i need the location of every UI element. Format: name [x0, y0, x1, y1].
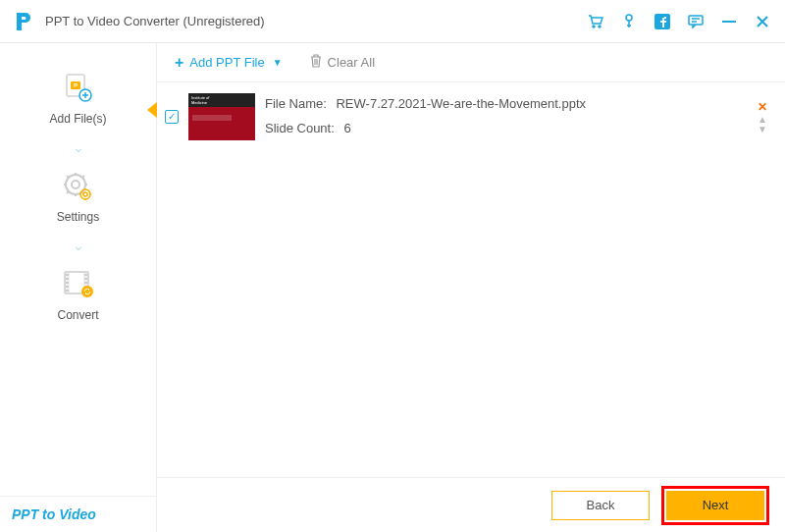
add-files-icon: P [60, 71, 95, 106]
svg-rect-17 [66, 274, 69, 276]
svg-point-0 [593, 26, 595, 27]
active-step-indicator [147, 102, 157, 118]
cart-icon[interactable] [587, 13, 604, 30]
window-title: PPT to Video Converter (Unregistered) [45, 14, 587, 28]
content-area: + Add PPT File ▼ Clear All ✓ Institute o… [157, 43, 785, 532]
next-button-highlight: Next [661, 486, 769, 525]
settings-icon [60, 169, 95, 204]
file-checkbox[interactable]: ✓ [165, 110, 179, 124]
convert-icon [61, 267, 96, 302]
plus-icon: + [175, 54, 183, 72]
file-name-label: File Name: [265, 96, 327, 111]
file-name-value: REW-7.27.2021-We-are-the-Movement.pptx [336, 96, 586, 111]
clear-all-button[interactable]: Clear All [310, 54, 375, 71]
trash-icon [310, 54, 322, 71]
clear-all-label: Clear All [328, 55, 375, 70]
sidebar-item-convert[interactable]: Convert [57, 267, 98, 322]
file-info: File Name: REW-7.27.2021-We-are-the-Move… [265, 92, 748, 140]
svg-rect-23 [84, 278, 87, 280]
main-area: P Add File(s) ⌄ Settings ⌄ Convert PPT t… [0, 43, 785, 532]
app-logo-icon [14, 11, 35, 32]
svg-rect-24 [84, 282, 87, 284]
titlebar-actions [587, 13, 771, 30]
back-button[interactable]: Back [551, 491, 650, 520]
key-icon[interactable] [620, 13, 638, 30]
svg-rect-22 [84, 274, 87, 276]
sidebar-label-settings: Settings [57, 210, 99, 224]
next-button[interactable]: Next [666, 491, 764, 520]
svg-rect-21 [66, 290, 69, 292]
move-down-icon[interactable]: ▼ [758, 126, 767, 133]
file-row: ✓ Institute ofMedicine File Name: REW-7.… [157, 82, 785, 150]
svg-point-2 [626, 15, 632, 21]
svg-point-1 [599, 26, 601, 27]
sidebar-label-add-files: Add File(s) [49, 112, 106, 126]
facebook-icon[interactable] [654, 13, 671, 30]
svg-point-12 [80, 189, 90, 199]
sidebar-item-add-files[interactable]: P Add File(s) [49, 71, 106, 126]
remove-file-icon[interactable]: ✕ [758, 100, 767, 114]
file-list: ✓ Institute ofMedicine File Name: REW-7.… [157, 82, 785, 477]
svg-rect-4 [689, 16, 703, 25]
sidebar-label-convert: Convert [57, 308, 98, 322]
chevron-down-icon: ⌄ [73, 139, 84, 155]
footer-bar: Back Next [157, 477, 785, 532]
slide-count-label: Slide Count: [265, 121, 335, 135]
add-ppt-label: Add PPT File [189, 55, 264, 70]
sidebar: P Add File(s) ⌄ Settings ⌄ Convert PPT t… [0, 43, 157, 532]
svg-point-13 [83, 192, 87, 196]
titlebar: PPT to Video Converter (Unregistered) [0, 0, 785, 43]
svg-point-27 [81, 286, 93, 297]
svg-rect-18 [66, 278, 69, 280]
file-thumbnail[interactable]: Institute ofMedicine [188, 93, 255, 140]
svg-rect-20 [66, 286, 69, 288]
svg-rect-5 [722, 21, 736, 23]
svg-rect-19 [66, 282, 69, 284]
toolbar: + Add PPT File ▼ Clear All [157, 43, 785, 82]
add-ppt-file-button[interactable]: + Add PPT File ▼ [175, 54, 283, 72]
close-icon[interactable] [754, 13, 771, 30]
svg-text:P: P [74, 82, 78, 88]
feedback-icon[interactable] [687, 13, 705, 30]
slide-count-value: 6 [343, 121, 350, 135]
chevron-down-icon: ⌄ [73, 238, 84, 253]
sidebar-item-settings[interactable]: Settings [57, 169, 99, 224]
dropdown-arrow-icon: ▼ [273, 57, 283, 68]
svg-point-11 [72, 181, 79, 188]
minimize-icon[interactable] [720, 13, 738, 30]
move-up-icon[interactable]: ▲ [758, 116, 767, 124]
row-actions: ✕ ▲ ▼ [758, 100, 767, 133]
brand-footer: PPT to Video [0, 496, 157, 532]
